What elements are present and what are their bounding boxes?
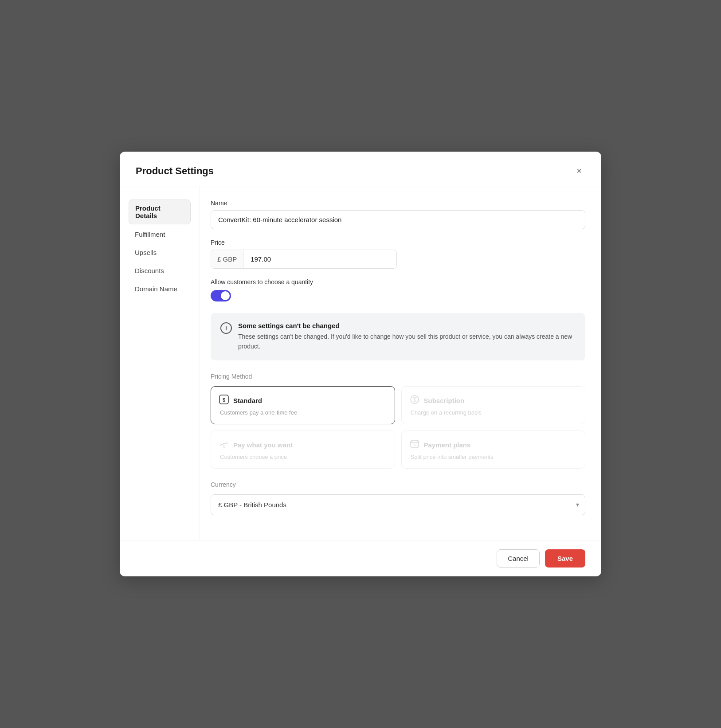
quantity-toggle-group: Allow customers to choose a quantity [211,278,585,303]
sidebar-item-fulfillment[interactable]: Fulfillment [129,226,191,243]
currency-label: Currency [211,481,585,488]
quantity-toggle[interactable] [211,290,231,301]
modal-body: Product Details Fulfillment Upsells Disc… [120,187,601,540]
pwyw-title: Pay what you want [233,441,293,449]
svg-text:$: $ [223,397,225,402]
info-icon: i [220,322,232,334]
pwyw-desc: Customers choose a price [219,454,387,460]
pricing-card-pwyw-header: $ Pay what you want [219,439,387,451]
pricing-card-subscription: $ Subscription Charge on a recurring bas… [401,386,586,424]
info-content: Some settings can't be changed These set… [238,322,576,351]
subscription-icon: $ [410,395,419,407]
pricing-card-plans: $ Payment plans Split price into smaller… [401,431,586,469]
currency-group: Currency £ GBP - British Pounds $ USD - … [211,481,585,515]
info-description: These settings can't be changed. If you'… [238,332,576,351]
plans-icon: $ [410,439,419,451]
modal-header: Product Settings × [120,152,601,187]
pricing-card-plans-header: $ Payment plans [410,439,577,451]
price-input-wrapper: £ GBP [211,250,397,269]
standard-dollar-icon: $ [219,395,229,407]
plans-title: Payment plans [424,441,471,449]
price-group: Price £ GBP [211,239,585,269]
modal-footer: Cancel Save [120,540,601,576]
svg-text:$: $ [223,445,225,449]
pricing-method-label: Pricing Method [211,373,585,380]
info-box: i Some settings can't be changed These s… [211,313,585,360]
price-label: Price [211,239,585,246]
sidebar-item-upsells[interactable]: Upsells [129,244,191,261]
name-input[interactable] [211,210,585,229]
standard-desc: Customers pay a one-time fee [219,409,387,416]
currency-select-wrapper: £ GBP - British Pounds $ USD - US Dollar… [211,494,585,515]
pricing-grid: $ Standard Customers pay a one-time fee [211,386,585,469]
svg-text:$: $ [413,397,416,402]
modal-title: Product Settings [136,165,214,177]
currency-select[interactable]: £ GBP - British Pounds $ USD - US Dollar… [211,494,585,515]
subscription-title: Subscription [424,397,465,404]
modal-container: Product Settings × Product Details Fulfi… [120,152,601,576]
sidebar-item-domain-name[interactable]: Domain Name [129,281,191,297]
info-title: Some settings can't be changed [238,322,576,329]
toggle-thumb [221,291,230,300]
cancel-button[interactable]: Cancel [497,549,540,568]
name-label: Name [211,200,585,207]
sidebar-item-product-details[interactable]: Product Details [129,200,191,224]
content-area: Name Price £ GBP Allow customers to choo… [200,187,601,540]
toggle-track [211,290,231,301]
save-button[interactable]: Save [545,549,585,568]
quantity-label: Allow customers to choose a quantity [211,278,585,286]
standard-title: Standard [233,397,262,404]
price-currency: £ GBP [211,250,243,268]
svg-text:$: $ [413,443,415,447]
price-value-input[interactable] [243,250,396,268]
pricing-card-standard[interactable]: $ Standard Customers pay a one-time fee [211,386,395,424]
sidebar-item-discounts[interactable]: Discounts [129,262,191,279]
pricing-card-pwyw: $ Pay what you want Customers choose a p… [211,431,395,469]
sidebar: Product Details Fulfillment Upsells Disc… [120,187,200,540]
close-button[interactable]: × [573,164,585,178]
pricing-method-section: Pricing Method $ Standard [211,373,585,469]
plans-desc: Split price into smaller payments [410,454,577,460]
pricing-card-subscription-header: $ Subscription [410,395,577,407]
subscription-desc: Charge on a recurring basis [410,409,577,416]
pricing-card-standard-header: $ Standard [219,395,387,407]
name-group: Name [211,200,585,229]
pwyw-icon: $ [219,439,229,451]
